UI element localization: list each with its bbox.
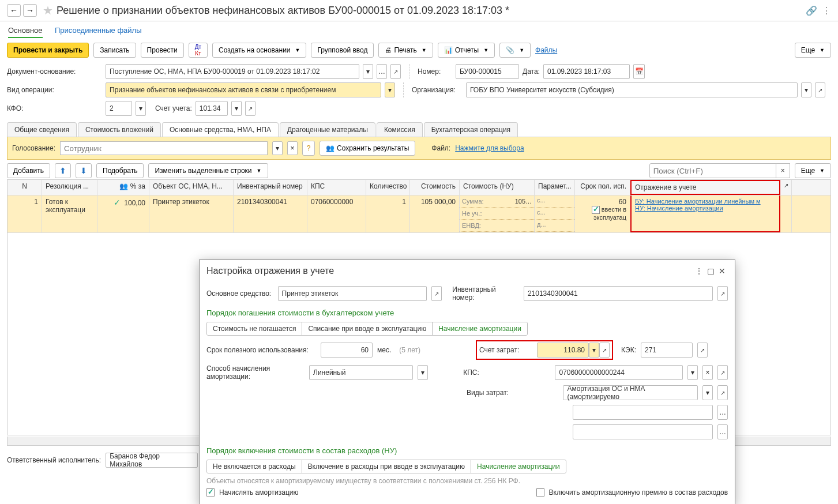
dd-icon[interactable]: ▾ [589,343,599,358]
dd-icon[interactable]: ▾ [231,101,242,116]
save-results-button[interactable]: 👥 Сохранить результаты [320,141,415,156]
dd-icon[interactable]: ▾ [272,141,283,155]
move-down-button[interactable]: ⬇ [76,163,92,178]
post-and-close-button[interactable]: Провести и закрыть [7,43,89,58]
external-icon[interactable]: ↗ [780,180,792,195]
subnav-files[interactable]: Присоединенные файлы [55,26,142,35]
kps-field[interactable]: 07060000000000244 [555,365,683,380]
link-icon[interactable]: 🔗 [806,5,817,16]
ellipsis-icon[interactable]: … [377,64,387,79]
dd-icon[interactable]: ▾ [801,82,811,97]
inv-field[interactable]: 2101340300041 [524,286,713,301]
close-icon[interactable]: ✕ [716,266,728,276]
number-field[interactable]: БУ00-000015 [456,64,519,79]
reflection-nu-link[interactable]: НУ: Начисление амортизации [635,205,776,212]
method-field[interactable]: Линейный [309,365,413,380]
external-icon[interactable]: ↗ [697,343,708,358]
kek-field[interactable]: 271 [641,343,693,358]
dt-kt-button[interactable]: ДтКт [189,43,208,58]
tab-investments[interactable]: Стоимость вложений [78,122,161,137]
cost-type-field[interactable]: Амортизация ОС и НМА (амортизируемо [563,385,698,400]
nu-method-group[interactable]: Не включается в расходы Включение в расх… [206,460,566,470]
os-field[interactable]: Принтер этикеток [278,286,427,301]
tab-commission[interactable]: Комиссия [377,122,423,137]
doc-base-field[interactable]: Поступление ОС, НМА, НПА БУ00-000019 от … [106,64,359,79]
add-button[interactable]: Добавить [7,163,50,178]
favorite-star-icon[interactable]: ★ [43,3,53,17]
attach-button[interactable]: 📎▼ [499,43,531,58]
ellipsis-icon[interactable]: … [717,405,728,420]
kfo-field[interactable]: 2 [106,101,132,116]
files-link[interactable]: Файлы [535,46,557,54]
tab-precious[interactable]: Драгоценные материалы [280,122,375,137]
reports-button[interactable]: 📊 Отчеты▼ [438,43,495,58]
search-input[interactable] [649,163,776,178]
calendar-icon[interactable]: 📅 [633,64,645,79]
acct-label: Счет учета: [155,104,192,112]
more2-button[interactable]: Еще▼ [795,163,831,178]
ellipsis-icon[interactable]: … [717,424,728,439]
external-icon[interactable]: ↗ [717,286,728,301]
people-icon: 👥 [326,144,335,152]
col-pct: 👥 % за [97,180,149,195]
employee-input[interactable] [60,141,268,155]
external-icon[interactable]: ↗ [717,385,728,400]
more-button[interactable]: Еще▼ [795,43,831,58]
reflection-bu-link[interactable]: БУ: Начисление амортизации линейным м [635,198,776,205]
external-icon[interactable]: ↗ [717,365,728,380]
date-field[interactable]: 01.09.2023 18:17:03 [543,64,630,79]
external-icon[interactable]: ↗ [599,343,610,358]
tab-assets[interactable]: Основные средства, НМА, НПА [162,122,279,137]
tab-accounting-op[interactable]: Бухгалтерская операция [424,122,518,137]
clip-icon: 📎 [506,46,514,54]
life-field[interactable]: 60 [321,343,373,358]
extra-field-2[interactable] [573,424,713,439]
group-input-button[interactable]: Групповой ввод [311,43,374,58]
org-field[interactable]: ГОБУ ВПО Университет искусств (Субсидия) [466,82,798,97]
external-icon[interactable]: ↗ [245,101,255,116]
op-field[interactable]: Признание объектов нефинансовых активов … [106,82,381,97]
number-label: Номер: [418,67,452,76]
responsible-field[interactable]: Баранов Федор Михайлов [106,453,198,468]
extra-field-1[interactable] [573,405,713,420]
dd-icon[interactable]: ▾ [702,385,713,400]
external-icon[interactable]: ↗ [390,64,401,79]
clear-icon[interactable]: × [287,141,298,155]
print-button[interactable]: 🖨 Печать▼ [378,43,433,58]
dd-icon[interactable]: ▾ [136,101,146,116]
change-rows-button[interactable]: Изменить выделенные строки▼ [148,163,268,178]
kebab-menu-icon[interactable]: ⋮ [822,5,831,16]
dd-icon[interactable]: ▾ [418,365,428,380]
subnav-main[interactable]: Основное [8,26,43,38]
acct-field[interactable]: 101.34 [196,101,228,116]
move-up-button[interactable]: ⬆ [55,163,71,178]
col-sumnu: Стоимость (НУ) [460,180,535,195]
maximize-icon[interactable]: ▢ [705,266,716,276]
nav-fwd[interactable]: → [23,4,37,17]
clear-icon[interactable]: × [702,365,713,380]
kebab-menu-icon[interactable]: ⋮ [693,266,705,276]
os-label: Основное средство: [206,289,273,298]
save-button[interactable]: Записать [93,43,136,58]
cost-acc-field[interactable]: 110.80 [537,343,589,358]
dt-kt-icon: ДтКт [195,44,201,57]
dd-icon[interactable]: ▾ [385,82,395,97]
col-otr: Отражение в учете [630,180,780,195]
tab-general[interactable]: Общие сведения [7,122,77,137]
nav-back[interactable]: ← [7,4,21,17]
external-icon[interactable]: ↗ [815,82,825,97]
put-into-use-checkbox[interactable] [592,206,600,214]
clear-search-icon[interactable]: × [776,163,790,178]
create-based-on-button[interactable]: Создать на основании▼ [212,43,306,58]
bu-method-group[interactable]: Стоимость не погашается Списание при вво… [206,322,528,336]
table-row[interactable]: 1 Готов к эксплуатаци ✓ 100,00 Принтер э… [7,195,831,233]
page-title: Решение о признании объектов нефинансовы… [57,5,806,17]
dd-icon[interactable]: ▾ [687,365,698,380]
help-button[interactable]: ? [302,141,315,156]
external-icon[interactable]: ↗ [431,286,442,301]
pick-button[interactable]: Подобрать [96,163,144,178]
dd-icon[interactable]: ▾ [363,64,373,79]
post-button[interactable]: Провести [141,43,184,58]
dialog-title: Настройка отражения в учете [206,266,334,276]
file-choose-link[interactable]: Нажмите для выбора [455,144,524,152]
